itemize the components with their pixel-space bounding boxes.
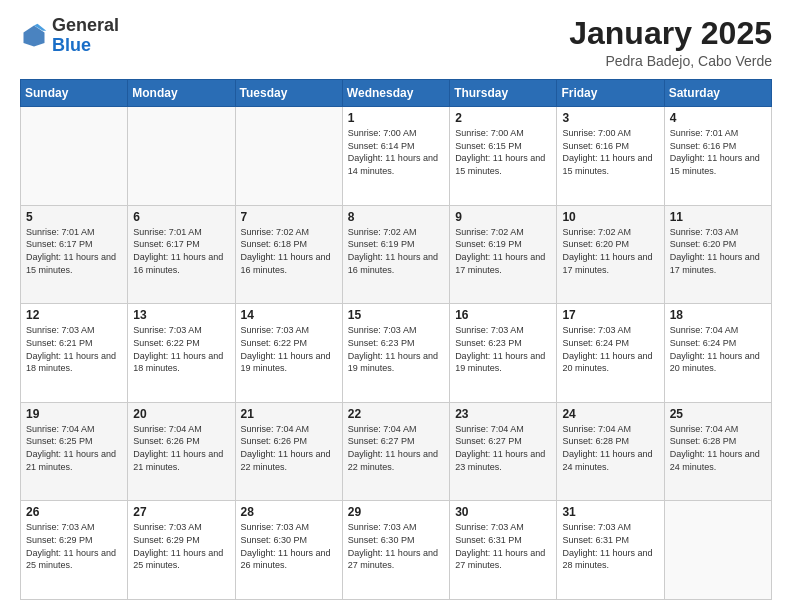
day-info: Sunrise: 7:00 AM Sunset: 6:14 PM Dayligh… [348, 127, 444, 177]
calendar-cell: 12Sunrise: 7:03 AM Sunset: 6:21 PM Dayli… [21, 304, 128, 403]
header-sunday: Sunday [21, 80, 128, 107]
month-title: January 2025 [569, 16, 772, 51]
day-info: Sunrise: 7:03 AM Sunset: 6:29 PM Dayligh… [133, 521, 229, 571]
calendar-cell: 16Sunrise: 7:03 AM Sunset: 6:23 PM Dayli… [450, 304, 557, 403]
logo-blue-text: Blue [52, 35, 91, 55]
day-info: Sunrise: 7:01 AM Sunset: 6:17 PM Dayligh… [133, 226, 229, 276]
header-thursday: Thursday [450, 80, 557, 107]
calendar-cell: 1Sunrise: 7:00 AM Sunset: 6:14 PM Daylig… [342, 107, 449, 206]
calendar-cell [21, 107, 128, 206]
day-number: 30 [455, 505, 551, 519]
day-info: Sunrise: 7:03 AM Sunset: 6:22 PM Dayligh… [241, 324, 337, 374]
day-info: Sunrise: 7:03 AM Sunset: 6:29 PM Dayligh… [26, 521, 122, 571]
location: Pedra Badejo, Cabo Verde [569, 53, 772, 69]
day-number: 29 [348, 505, 444, 519]
calendar-cell: 7Sunrise: 7:02 AM Sunset: 6:18 PM Daylig… [235, 205, 342, 304]
day-number: 10 [562, 210, 658, 224]
calendar-cell: 3Sunrise: 7:00 AM Sunset: 6:16 PM Daylig… [557, 107, 664, 206]
day-number: 27 [133, 505, 229, 519]
logo: General Blue [20, 16, 119, 56]
day-number: 15 [348, 308, 444, 322]
day-number: 21 [241, 407, 337, 421]
day-number: 14 [241, 308, 337, 322]
day-number: 20 [133, 407, 229, 421]
day-info: Sunrise: 7:04 AM Sunset: 6:25 PM Dayligh… [26, 423, 122, 473]
day-info: Sunrise: 7:03 AM Sunset: 6:22 PM Dayligh… [133, 324, 229, 374]
week-row-4: 26Sunrise: 7:03 AM Sunset: 6:29 PM Dayli… [21, 501, 772, 600]
day-info: Sunrise: 7:03 AM Sunset: 6:24 PM Dayligh… [562, 324, 658, 374]
calendar-cell: 21Sunrise: 7:04 AM Sunset: 6:26 PM Dayli… [235, 402, 342, 501]
logo-icon [20, 22, 48, 50]
day-info: Sunrise: 7:04 AM Sunset: 6:27 PM Dayligh… [348, 423, 444, 473]
day-info: Sunrise: 7:04 AM Sunset: 6:26 PM Dayligh… [241, 423, 337, 473]
day-info: Sunrise: 7:00 AM Sunset: 6:16 PM Dayligh… [562, 127, 658, 177]
day-info: Sunrise: 7:01 AM Sunset: 6:16 PM Dayligh… [670, 127, 766, 177]
calendar-cell: 25Sunrise: 7:04 AM Sunset: 6:28 PM Dayli… [664, 402, 771, 501]
header: General Blue January 2025 Pedra Badejo, … [20, 16, 772, 69]
calendar-cell: 28Sunrise: 7:03 AM Sunset: 6:30 PM Dayli… [235, 501, 342, 600]
day-info: Sunrise: 7:02 AM Sunset: 6:20 PM Dayligh… [562, 226, 658, 276]
calendar-cell [235, 107, 342, 206]
calendar-cell: 9Sunrise: 7:02 AM Sunset: 6:19 PM Daylig… [450, 205, 557, 304]
header-saturday: Saturday [664, 80, 771, 107]
calendar-cell: 14Sunrise: 7:03 AM Sunset: 6:22 PM Dayli… [235, 304, 342, 403]
calendar-cell: 20Sunrise: 7:04 AM Sunset: 6:26 PM Dayli… [128, 402, 235, 501]
day-info: Sunrise: 7:03 AM Sunset: 6:31 PM Dayligh… [562, 521, 658, 571]
calendar-cell: 5Sunrise: 7:01 AM Sunset: 6:17 PM Daylig… [21, 205, 128, 304]
calendar-cell: 17Sunrise: 7:03 AM Sunset: 6:24 PM Dayli… [557, 304, 664, 403]
day-number: 13 [133, 308, 229, 322]
day-number: 25 [670, 407, 766, 421]
day-number: 7 [241, 210, 337, 224]
day-number: 17 [562, 308, 658, 322]
calendar-cell: 11Sunrise: 7:03 AM Sunset: 6:20 PM Dayli… [664, 205, 771, 304]
day-number: 2 [455, 111, 551, 125]
day-number: 3 [562, 111, 658, 125]
day-number: 23 [455, 407, 551, 421]
calendar-cell: 2Sunrise: 7:00 AM Sunset: 6:15 PM Daylig… [450, 107, 557, 206]
calendar-cell: 13Sunrise: 7:03 AM Sunset: 6:22 PM Dayli… [128, 304, 235, 403]
header-wednesday: Wednesday [342, 80, 449, 107]
day-info: Sunrise: 7:03 AM Sunset: 6:30 PM Dayligh… [348, 521, 444, 571]
day-info: Sunrise: 7:03 AM Sunset: 6:23 PM Dayligh… [348, 324, 444, 374]
day-number: 26 [26, 505, 122, 519]
day-info: Sunrise: 7:00 AM Sunset: 6:15 PM Dayligh… [455, 127, 551, 177]
day-info: Sunrise: 7:04 AM Sunset: 6:24 PM Dayligh… [670, 324, 766, 374]
calendar-cell: 19Sunrise: 7:04 AM Sunset: 6:25 PM Dayli… [21, 402, 128, 501]
day-number: 24 [562, 407, 658, 421]
day-number: 16 [455, 308, 551, 322]
day-info: Sunrise: 7:01 AM Sunset: 6:17 PM Dayligh… [26, 226, 122, 276]
day-number: 19 [26, 407, 122, 421]
day-number: 5 [26, 210, 122, 224]
calendar-cell: 6Sunrise: 7:01 AM Sunset: 6:17 PM Daylig… [128, 205, 235, 304]
day-info: Sunrise: 7:03 AM Sunset: 6:30 PM Dayligh… [241, 521, 337, 571]
day-info: Sunrise: 7:02 AM Sunset: 6:18 PM Dayligh… [241, 226, 337, 276]
header-friday: Friday [557, 80, 664, 107]
week-row-3: 19Sunrise: 7:04 AM Sunset: 6:25 PM Dayli… [21, 402, 772, 501]
day-info: Sunrise: 7:02 AM Sunset: 6:19 PM Dayligh… [455, 226, 551, 276]
calendar-cell: 15Sunrise: 7:03 AM Sunset: 6:23 PM Dayli… [342, 304, 449, 403]
day-number: 1 [348, 111, 444, 125]
day-info: Sunrise: 7:04 AM Sunset: 6:28 PM Dayligh… [670, 423, 766, 473]
calendar: Sunday Monday Tuesday Wednesday Thursday… [20, 79, 772, 600]
header-monday: Monday [128, 80, 235, 107]
calendar-cell: 29Sunrise: 7:03 AM Sunset: 6:30 PM Dayli… [342, 501, 449, 600]
calendar-cell: 22Sunrise: 7:04 AM Sunset: 6:27 PM Dayli… [342, 402, 449, 501]
logo-general-text: General [52, 15, 119, 35]
week-row-0: 1Sunrise: 7:00 AM Sunset: 6:14 PM Daylig… [21, 107, 772, 206]
calendar-cell: 27Sunrise: 7:03 AM Sunset: 6:29 PM Dayli… [128, 501, 235, 600]
calendar-cell: 8Sunrise: 7:02 AM Sunset: 6:19 PM Daylig… [342, 205, 449, 304]
calendar-cell: 31Sunrise: 7:03 AM Sunset: 6:31 PM Dayli… [557, 501, 664, 600]
header-tuesday: Tuesday [235, 80, 342, 107]
day-number: 22 [348, 407, 444, 421]
calendar-cell: 18Sunrise: 7:04 AM Sunset: 6:24 PM Dayli… [664, 304, 771, 403]
day-number: 11 [670, 210, 766, 224]
calendar-cell: 4Sunrise: 7:01 AM Sunset: 6:16 PM Daylig… [664, 107, 771, 206]
day-number: 18 [670, 308, 766, 322]
title-block: January 2025 Pedra Badejo, Cabo Verde [569, 16, 772, 69]
day-info: Sunrise: 7:03 AM Sunset: 6:23 PM Dayligh… [455, 324, 551, 374]
day-number: 4 [670, 111, 766, 125]
day-info: Sunrise: 7:04 AM Sunset: 6:27 PM Dayligh… [455, 423, 551, 473]
day-number: 28 [241, 505, 337, 519]
logo-text: General Blue [52, 16, 119, 56]
weekday-header-row: Sunday Monday Tuesday Wednesday Thursday… [21, 80, 772, 107]
